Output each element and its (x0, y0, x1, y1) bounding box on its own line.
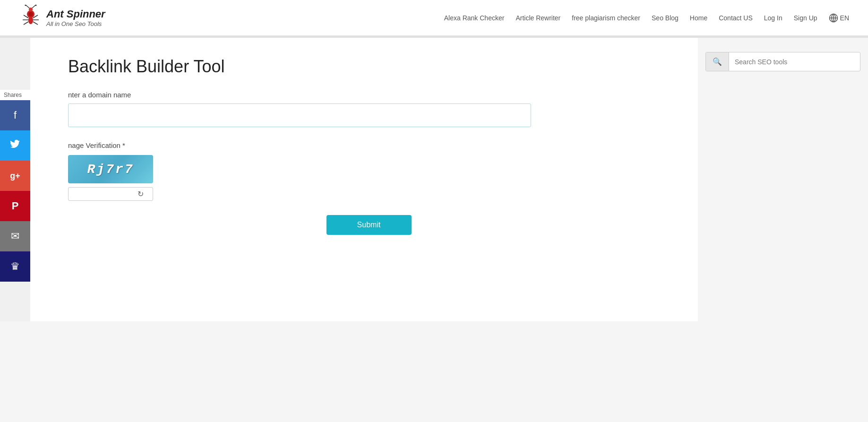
share-crown-button[interactable]: ♛ (0, 251, 30, 282)
logo-subtitle: All in One Seo Tools (46, 20, 105, 27)
page-body: Backlink Builder Tool nter a domain name… (0, 38, 868, 321)
logo-text: Ant Spinner All in One Seo Tools (46, 8, 105, 27)
verification-label: nage Verification * (68, 141, 670, 149)
nav-contact-us[interactable]: Contact US (719, 14, 753, 22)
language-selector[interactable]: EN (829, 13, 849, 23)
svg-point-3 (29, 8, 33, 11)
shares-sidebar: Shares f g+ P ✉ ♛ (0, 90, 30, 282)
logo: Ant Spinner All in One Seo Tools (19, 5, 105, 31)
main-nav: Alexa Rank Checker Article Rewriter free… (444, 13, 849, 23)
share-google-button[interactable]: g+ (0, 161, 30, 191)
logo-title: Ant Spinner (46, 8, 105, 20)
main-content: Backlink Builder Tool nter a domain name… (30, 38, 698, 321)
captcha-input[interactable] (72, 190, 134, 198)
svg-line-11 (32, 5, 35, 8)
svg-point-1 (28, 12, 33, 17)
domain-input[interactable] (68, 103, 531, 127)
share-email-button[interactable]: ✉ (0, 221, 30, 251)
submit-button[interactable]: Submit (327, 215, 412, 235)
nav-alexa-rank-checker[interactable]: Alexa Rank Checker (444, 14, 505, 22)
svg-point-13 (35, 5, 37, 6)
share-facebook-button[interactable]: f (0, 100, 30, 130)
share-pinterest-button[interactable]: P (0, 191, 30, 221)
svg-point-12 (25, 5, 26, 6)
captcha-input-row: ↻ (68, 187, 153, 201)
page-title: Backlink Builder Tool (68, 57, 670, 77)
nav-sign-up[interactable]: Sign Up (794, 14, 817, 22)
domain-field-label: nter a domain name (68, 91, 670, 99)
svg-point-2 (28, 17, 33, 24)
captcha-text: Rj7r7 (87, 162, 134, 177)
google-plus-icon: g+ (10, 171, 20, 181)
lang-code: EN (840, 14, 849, 22)
facebook-icon: f (14, 109, 17, 121)
share-twitter-button[interactable] (0, 130, 30, 161)
search-button[interactable]: 🔍 (706, 52, 729, 71)
nav-seo-blog[interactable]: Seo Blog (652, 14, 679, 22)
svg-line-9 (33, 22, 38, 25)
email-icon: ✉ (11, 230, 19, 242)
captcha-image: Rj7r7 (68, 155, 153, 183)
shares-label: Shares (0, 90, 30, 100)
nav-free-plagiarism-checker[interactable]: free plagiarism checker (572, 14, 640, 22)
search-icon: 🔍 (713, 58, 722, 66)
search-box: 🔍 (705, 52, 860, 71)
right-sidebar: 🔍 (698, 38, 868, 321)
svg-line-6 (24, 22, 28, 25)
refresh-icon: ↻ (138, 190, 144, 198)
svg-line-10 (26, 5, 29, 8)
twitter-icon (9, 138, 21, 153)
pinterest-icon: P (12, 200, 19, 212)
globe-icon (829, 13, 838, 23)
search-input[interactable] (729, 53, 860, 70)
nav-article-rewriter[interactable]: Article Rewriter (516, 14, 560, 22)
verification-section: nage Verification * Rj7r7 ↻ (68, 141, 670, 201)
header: Ant Spinner All in One Seo Tools Alexa R… (0, 0, 868, 36)
logo-icon (19, 5, 43, 31)
captcha-refresh-button[interactable]: ↻ (138, 189, 144, 198)
crown-icon: ♛ (10, 260, 20, 273)
nav-log-in[interactable]: Log In (764, 14, 782, 22)
nav-home[interactable]: Home (690, 14, 707, 22)
